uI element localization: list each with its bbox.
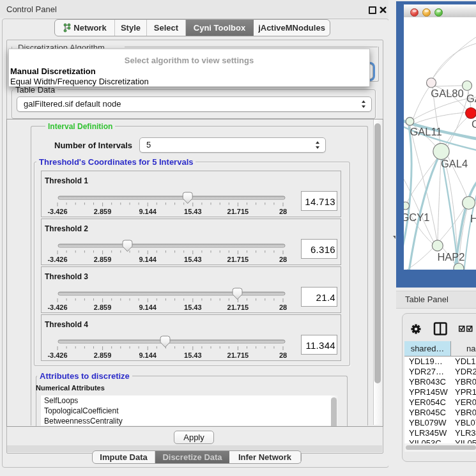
svg-text:HAP2: HAP2 <box>437 251 464 263</box>
svg-text:GAL80: GAL80 <box>431 88 463 99</box>
svg-text:GCY1: GCY1 <box>404 211 429 223</box>
svg-text:GAL4: GAL4 <box>441 158 468 169</box>
svg-text:CD: CD <box>472 118 476 130</box>
svg-text:GAL11: GAL11 <box>410 126 441 137</box>
svg-text:GAL3: GAL3 <box>466 93 476 104</box>
svg-text:HIS: HIS <box>470 213 476 224</box>
